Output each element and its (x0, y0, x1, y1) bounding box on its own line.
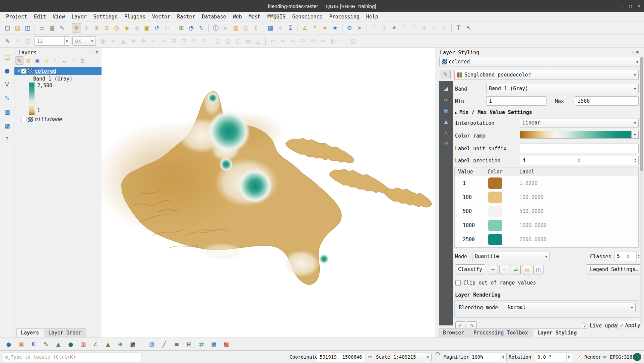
select-rectangle-plugin-icon[interactable]: ▧ (147, 340, 156, 349)
web-plugin-icon[interactable]: ● (4, 340, 13, 349)
clip-checkbox[interactable] (455, 280, 461, 286)
zoom-full-icon[interactable]: ◈ (122, 23, 131, 33)
change-label-icon[interactable]: ✎ (440, 23, 449, 33)
histogram-tab-icon[interactable]: ≈ (441, 95, 451, 104)
float-panel-icon[interactable]: ▫ (91, 50, 94, 55)
paste-features-icon[interactable]: ⊟ (179, 36, 188, 46)
profile-line-icon[interactable]: ╱ (159, 340, 169, 349)
move-feature-icon[interactable]: ✥ (139, 36, 148, 46)
style-manager-icon[interactable]: ✎ (57, 23, 67, 33)
elevation-tab-icon[interactable]: △ (441, 128, 451, 137)
profile-chart-icon[interactable]: ▲ (54, 340, 63, 349)
layer-item-colored[interactable]: ▼ ✓ colored (14, 67, 102, 75)
multiedit-attributes-icon[interactable]: ▤ (348, 36, 358, 46)
circle-2points-icon[interactable]: ○ (213, 36, 223, 46)
min-input[interactable]: 1 (486, 96, 546, 106)
menu-view[interactable]: View (49, 12, 68, 21)
redo-icon[interactable]: ↷ (199, 36, 208, 46)
menu-settings[interactable]: Settings (90, 12, 121, 21)
select-by-expression-icon[interactable]: ε (251, 23, 261, 33)
close-panel-icon[interactable]: ⊠ (96, 50, 98, 55)
expander-icon[interactable]: ▼ (16, 69, 21, 73)
label-precision-spinner[interactable]: 4 ⊠ ▲▼ (520, 156, 639, 165)
simplify-feature-icon[interactable]: ≈ (318, 36, 328, 46)
checker-blue-icon[interactable]: ▩ (209, 340, 218, 349)
map-tips-icon[interactable]: ❝ (310, 23, 320, 33)
tab-browser[interactable]: Browser (439, 328, 468, 337)
rendering-tab-icon[interactable]: ▦ (441, 106, 451, 115)
vertex-tool-icon[interactable]: ✥ (129, 36, 138, 46)
styling-layer-combo[interactable]: colored ▼ (439, 57, 641, 66)
add-group-icon[interactable]: ⊞ (24, 56, 33, 65)
spinner-arrows-icon[interactable]: ▲▼ (636, 252, 640, 261)
column-header-label[interactable]: Label (516, 167, 638, 176)
symbology-tab-icon[interactable]: ✎ (441, 70, 451, 79)
undo-icon[interactable]: ↶ (189, 36, 198, 46)
clear-value-icon[interactable]: ⊠ (578, 158, 580, 163)
color-map-row[interactable]: 100100.0000 (455, 190, 638, 204)
grid-table-icon[interactable]: ⊞ (184, 340, 194, 349)
color-swatch[interactable] (488, 206, 502, 217)
menu-help[interactable]: Help (363, 12, 382, 21)
temporal-controller-icon[interactable]: ◔ (187, 23, 196, 33)
merge-features-icon[interactable]: ⊕ (298, 36, 308, 46)
circle-3points-icon[interactable]: ◎ (223, 36, 233, 46)
gdal-tools-icon[interactable]: ▣ (16, 340, 26, 349)
move-label-icon[interactable]: ✥ (420, 23, 429, 33)
color-map-row[interactable]: 10001000.0000 (455, 218, 638, 232)
show-bookmarks-icon[interactable]: ★ (330, 23, 340, 33)
expand-all-icon[interactable]: ⇩ (60, 56, 69, 65)
crs-globe-icon[interactable]: ⊕ (603, 354, 606, 360)
layout-manager-icon[interactable]: ▦ (47, 23, 57, 33)
terrain-plugin-icon[interactable]: ▲ (103, 340, 113, 349)
minimize-button[interactable]: ─ (620, 3, 623, 9)
menu-layer[interactable]: Layer (68, 12, 90, 21)
label-unit-combo[interactable]: px ▼ (72, 36, 96, 46)
max-input[interactable]: 2500 (575, 96, 639, 106)
new-project-icon[interactable]: ▢ (3, 23, 12, 33)
label-font-size-spinner[interactable]: 12 ▲▼ (34, 36, 70, 46)
mode-combo[interactable]: Quantile ▼ (472, 252, 550, 261)
add-class-icon[interactable]: + (488, 265, 498, 274)
locator-search-input[interactable]: Type to locate (Ctrl+K) (3, 353, 141, 361)
filter-by-expression-icon[interactable]: ε (51, 56, 60, 65)
menu-processing[interactable]: Processing (326, 12, 363, 21)
render-checkbox[interactable]: ✓ (577, 354, 582, 359)
pyramids-tab-icon[interactable]: ▲ (441, 117, 451, 126)
zoom-to-selection-icon[interactable]: ◉ (132, 23, 141, 33)
band-combo[interactable]: Band 1 (Gray) ▼ (486, 84, 639, 93)
scale-combo[interactable]: 1:409215▼ (391, 353, 432, 361)
spinner-arrows-icon[interactable]: ▲▼ (566, 353, 570, 361)
scrollbar-handle[interactable] (640, 57, 643, 171)
pan-map-icon[interactable]: ✥ (72, 23, 81, 33)
zoom-native-icon[interactable]: ◎ (112, 23, 121, 33)
annotation-toolbar-icon[interactable]: T (454, 23, 463, 33)
manage-map-themes-icon[interactable]: ◉ (33, 56, 42, 65)
clear-value-icon[interactable]: ⊠ (627, 254, 630, 259)
kart-plugin-icon[interactable]: K (29, 340, 38, 349)
trim-extend-icon[interactable]: ⊢ (338, 36, 348, 46)
split-features-icon[interactable]: ✂ (288, 36, 298, 46)
zoom-to-layer-icon[interactable]: ▣ (142, 23, 151, 33)
live-update-checkbox[interactable]: ✓ (582, 323, 587, 328)
layer-labeling-icon[interactable]: T (369, 23, 379, 33)
raster-checker-icon[interactable]: ▩ (128, 340, 137, 349)
layer-name[interactable]: colored (35, 68, 56, 74)
zoom-next-icon[interactable]: ↻ (162, 23, 172, 33)
python-console-icon[interactable]: ≻ (355, 23, 364, 33)
mouse-position-icon[interactable]: ✂ (368, 354, 372, 360)
label-unit-suffix-input[interactable] (520, 144, 639, 153)
coordinate-input[interactable]: 591919, 1508646 (317, 353, 366, 361)
classes-spinner[interactable]: 5 ⊠ ▲▼ (614, 252, 642, 261)
run-feature-action-icon[interactable]: ▶ (221, 23, 231, 33)
close-button[interactable]: × (638, 3, 641, 9)
layer-name[interactable]: hillshade (35, 116, 62, 122)
save-color-map-icon[interactable]: ◫ (533, 265, 543, 274)
tab-layer-styling[interactable]: Layer Styling (533, 328, 581, 337)
swap-layers-icon[interactable]: ⇄ (197, 340, 206, 349)
blending-mode-combo[interactable]: Normal ▼ (505, 303, 636, 312)
rotate-feature-icon[interactable]: ↻ (308, 36, 318, 46)
zoom-out-icon[interactable]: ⊖ (102, 23, 111, 33)
color-ramp-menu-button[interactable]: ▼ (631, 131, 639, 139)
maximize-button[interactable]: ▢ (629, 3, 632, 9)
